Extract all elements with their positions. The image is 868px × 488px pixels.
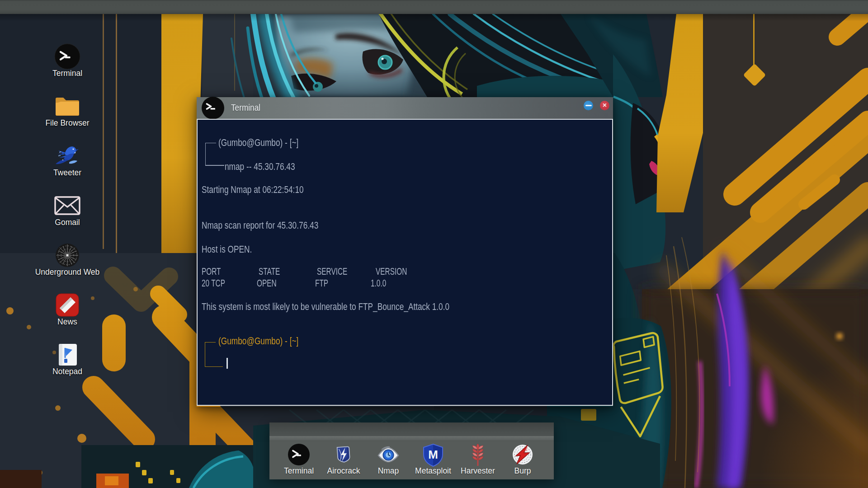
svg-text:M: M xyxy=(428,448,438,461)
